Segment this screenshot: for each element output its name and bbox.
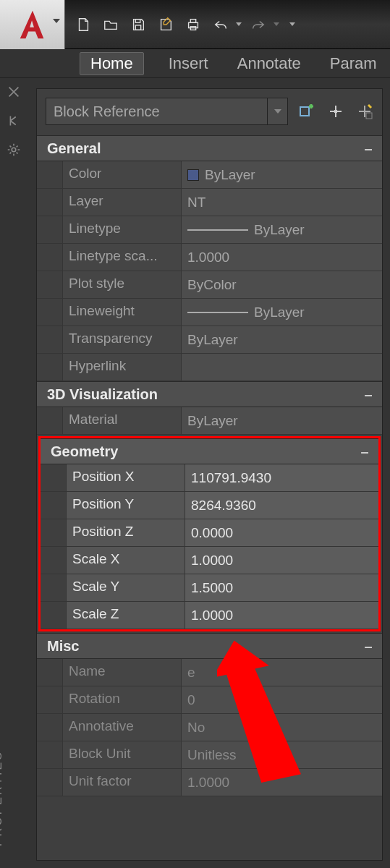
misc-properties: Name e Rotation 0 Annotative No Block Un… (37, 659, 382, 796)
rotation-label: Rotation (63, 686, 182, 713)
svg-rect-3 (190, 19, 195, 22)
position-x-label: Position X (67, 464, 185, 491)
svg-rect-0 (135, 19, 140, 22)
chevron-down-icon (53, 19, 60, 23)
collapse-icon[interactable]: – (362, 639, 375, 652)
linetype-scale-value[interactable]: 1.0000 (182, 244, 382, 271)
redo-icon[interactable] (247, 14, 269, 35)
quick-select-icon[interactable] (355, 101, 375, 122)
collapse-icon[interactable]: – (358, 445, 371, 458)
annotative-value[interactable]: No (182, 714, 382, 741)
lineweight-label: Lineweight (63, 299, 182, 326)
svg-rect-6 (300, 107, 309, 116)
close-icon[interactable] (6, 84, 22, 100)
scale-z-label: Scale Z (67, 602, 185, 629)
tab-home[interactable]: Home (80, 52, 144, 75)
object-type-select[interactable]: Block Reference (46, 98, 288, 125)
object-type-dropdown-icon[interactable] (267, 98, 287, 124)
svg-rect-2 (189, 22, 198, 27)
ribbon-tabs: Home Insert Annotate Param (0, 49, 390, 78)
linetype-scale-label: Linetype sca... (63, 244, 182, 271)
svg-rect-7 (334, 110, 337, 113)
new-file-icon[interactable] (72, 14, 94, 35)
undo-icon[interactable] (210, 14, 232, 35)
scale-x-label: Scale X (67, 547, 185, 574)
object-type-row: Block Reference (37, 89, 382, 135)
position-y-label: Position Y (67, 492, 185, 519)
scale-y-value[interactable]: 1.5000 (185, 574, 378, 601)
palette-title: PROPERTIES (0, 750, 4, 846)
select-objects-icon[interactable] (326, 101, 346, 122)
lineweight-value[interactable]: ByLayer (182, 299, 382, 326)
svg-rect-1 (135, 25, 140, 29)
auto-hide-icon[interactable] (6, 113, 22, 129)
section-title: Misc (47, 638, 79, 655)
geometry-highlight-box: Geometry – Position X 110791.9430 Positi… (38, 436, 381, 631)
section-header-general[interactable]: General – (37, 135, 382, 161)
open-file-icon[interactable] (100, 14, 122, 35)
3dviz-properties: Material ByLayer (37, 407, 382, 435)
section-header-misc[interactable]: Misc – (37, 633, 382, 659)
layer-label: Layer (63, 189, 182, 216)
toggle-pickadd-icon[interactable] (297, 101, 317, 122)
properties-panel: Block Reference General – Color ByLayer … (36, 88, 383, 861)
redo-dropdown-icon[interactable] (274, 22, 279, 26)
svg-point-5 (12, 148, 16, 152)
title-bar (0, 0, 390, 49)
palette-side-strip (0, 78, 27, 158)
section-header-3dviz[interactable]: 3D Visualization – (37, 381, 382, 407)
undo-dropdown-icon[interactable] (236, 22, 242, 26)
collapse-icon[interactable]: – (362, 142, 375, 155)
qat-customize-icon[interactable] (289, 22, 295, 26)
app-menu-button[interactable] (0, 0, 65, 49)
transparency-label: Transparency (63, 326, 182, 353)
color-value[interactable]: ByLayer (182, 161, 382, 188)
color-swatch-icon (187, 169, 199, 181)
tab-insert[interactable]: Insert (164, 51, 213, 76)
quick-access-toolbar (72, 14, 295, 35)
section-title: General (47, 140, 101, 157)
section-title: 3D Visualization (47, 386, 158, 403)
linetype-label: Linetype (63, 216, 182, 243)
position-y-value[interactable]: 8264.9360 (185, 492, 378, 519)
rotation-value[interactable]: 0 (182, 686, 382, 713)
annotative-label: Annotative (63, 714, 182, 741)
properties-menu-icon[interactable] (6, 142, 22, 158)
unit-factor-label: Unit factor (63, 769, 182, 796)
tab-annotate[interactable]: Annotate (233, 51, 305, 76)
block-unit-label: Block Unit (63, 741, 182, 768)
material-value[interactable]: ByLayer (182, 407, 382, 434)
block-unit-value[interactable]: Unitless (182, 741, 382, 768)
tab-parametric[interactable]: Param (326, 51, 381, 76)
position-z-value[interactable]: 0.0000 (185, 519, 378, 546)
scale-z-value[interactable]: 1.0000 (185, 602, 378, 629)
svg-rect-8 (366, 113, 372, 119)
name-label: Name (63, 659, 182, 686)
plot-style-label: Plot style (63, 271, 182, 298)
section-header-geometry[interactable]: Geometry – (41, 438, 378, 464)
geometry-properties: Position X 110791.9430 Position Y 8264.9… (41, 464, 378, 629)
section-title: Geometry (51, 443, 118, 460)
scale-y-label: Scale Y (67, 574, 185, 601)
scale-x-value[interactable]: 1.0000 (185, 547, 378, 574)
transparency-value[interactable]: ByLayer (182, 326, 382, 353)
position-x-value[interactable]: 110791.9430 (185, 464, 378, 491)
object-type-value: Block Reference (54, 103, 160, 120)
hyperlink-label: Hyperlink (63, 354, 182, 380)
print-icon[interactable] (182, 14, 204, 35)
general-properties: Color ByLayer Layer NT Linetype ByLayer … (37, 161, 382, 381)
name-value[interactable]: e (182, 659, 382, 686)
autocad-logo-icon (16, 8, 49, 41)
hyperlink-value[interactable] (182, 354, 382, 380)
linetype-value[interactable]: ByLayer (182, 216, 382, 243)
position-z-label: Position Z (67, 519, 185, 546)
layer-value[interactable]: NT (182, 189, 382, 216)
plot-style-value[interactable]: ByColor (182, 271, 382, 298)
material-label: Material (63, 407, 182, 434)
color-label: Color (63, 161, 182, 188)
unit-factor-value[interactable]: 1.0000 (182, 769, 382, 796)
save-icon[interactable] (127, 14, 149, 35)
line-sample-icon (187, 229, 248, 231)
save-as-icon[interactable] (155, 14, 177, 35)
collapse-icon[interactable]: – (362, 388, 375, 401)
